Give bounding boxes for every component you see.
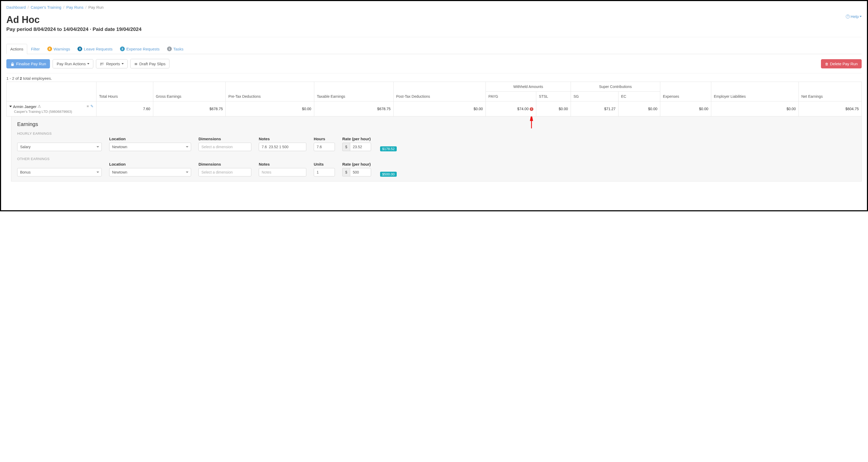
payrun-table: Total Hours Gross Earnings Pre-Tax Deduc… — [6, 81, 862, 117]
col-empliab: Employer Liabilities — [711, 82, 799, 101]
hours-label: Hours — [314, 137, 335, 141]
leave-badge: 9 — [78, 46, 82, 51]
breadcrumb-payruns[interactable]: Pay Runs — [66, 5, 84, 9]
page-subtitle: Pay period 8/04/2024 to 14/04/2024 · Pai… — [6, 26, 142, 32]
breadcrumb-current: Pay Run — [88, 5, 103, 9]
help-button[interactable]: ? Help — [846, 14, 862, 19]
hourly-notes-input[interactable] — [259, 143, 306, 151]
tab-actions[interactable]: Actions — [6, 44, 27, 54]
cell-pretax: $0.00 — [226, 101, 314, 117]
warning-icon[interactable]: ⚠ — [37, 104, 41, 109]
breadcrumb: Dashboard / Casper's Training / Pay Runs… — [6, 5, 862, 9]
hourly-dimensions-input[interactable] — [198, 143, 251, 151]
col-posttax: Post-Tax Deductions — [393, 82, 486, 101]
edit-icon[interactable]: ✎ — [90, 104, 94, 108]
col-super-group: Super Contributions — [571, 82, 660, 92]
hourly-rate-input[interactable] — [350, 143, 371, 151]
tab-expense-requests[interactable]: 3 Expense Requests — [116, 44, 163, 54]
col-taxable: Taxable Earnings — [314, 82, 393, 101]
tab-leave-requests[interactable]: 9 Leave Requests — [74, 44, 116, 54]
other-type-select[interactable]: Bonus — [17, 168, 102, 176]
col-payg: PAYG — [486, 92, 536, 101]
col-gross: Gross Earnings — [153, 82, 226, 101]
col-expenses: Expenses — [660, 82, 711, 101]
chevron-down-icon — [9, 106, 12, 107]
finalise-button[interactable]: Finalise Pay Run — [6, 59, 50, 68]
employee-expand[interactable]: Armin Jaeger ⚠ — [9, 104, 72, 109]
other-earnings-label: OTHER EARNINGS — [17, 157, 856, 161]
expense-badge: 3 — [120, 46, 125, 51]
folder-icon — [100, 62, 104, 66]
cell-stsl: $0.00 — [536, 101, 571, 117]
earnings-detail: Earnings HOURLY EARNINGS Salary Location… — [11, 117, 862, 182]
cell-posttax: $0.00 — [393, 101, 486, 117]
currency-symbol: $ — [342, 143, 350, 151]
other-notes-input[interactable] — [259, 168, 306, 176]
tab-bar: Actions Filter 8 Warnings 9 Leave Reques… — [6, 44, 862, 54]
col-withheld-group: Withheld Amounts — [486, 82, 571, 92]
col-total-hours: Total Hours — [96, 82, 153, 101]
col-net: Net Earnings — [799, 82, 861, 101]
tab-warnings[interactable]: 8 Warnings — [43, 44, 74, 54]
employee-name: Armin Jaeger — [13, 104, 36, 109]
cell-taxable: $678.75 — [314, 101, 393, 117]
cell-net: $604.75 — [799, 101, 861, 117]
list-icon — [134, 61, 138, 66]
cell-expenses: $0.00 — [660, 101, 711, 117]
hourly-type-select[interactable]: Salary — [17, 143, 102, 151]
other-units-input[interactable] — [314, 168, 335, 176]
employee-company: Casper's Training LTD (58606879663) — [14, 110, 72, 113]
currency-symbol: $ — [342, 168, 350, 176]
reports-button[interactable]: Reports — [96, 59, 128, 68]
hourly-hours-input[interactable] — [314, 143, 335, 151]
lock-icon — [10, 62, 14, 66]
rate-label: Rate (per hour) — [342, 137, 373, 141]
details-icon[interactable] — [87, 104, 89, 108]
location-label: Location — [109, 137, 191, 141]
other-total-badge: $500.00 — [380, 172, 397, 177]
cell-payg: $74.00 i — [486, 101, 536, 117]
col-stsl: STSL — [536, 92, 571, 101]
trash-icon — [825, 62, 828, 66]
page-title: Ad Hoc — [6, 14, 142, 25]
hourly-total-badge: $178.52 — [380, 146, 397, 151]
chevron-down-icon — [122, 63, 124, 64]
col-sg: SG — [571, 92, 618, 101]
employee-count: 1 - 2 of 2 total employees. — [6, 76, 862, 80]
payrun-actions-button[interactable]: Pay Run Actions — [53, 59, 93, 68]
cell-sg: $71.27 — [571, 101, 618, 117]
breadcrumb-dashboard[interactable]: Dashboard — [6, 5, 26, 9]
dimensions-label: Dimensions — [198, 137, 251, 141]
tab-filter[interactable]: Filter — [27, 44, 43, 54]
tab-tasks[interactable]: 1 Tasks — [163, 44, 187, 54]
notes-label: Notes — [259, 137, 306, 141]
chevron-down-icon — [87, 63, 89, 64]
chevron-down-icon — [860, 16, 862, 17]
breadcrumb-company[interactable]: Casper's Training — [31, 5, 61, 9]
warnings-badge: 8 — [47, 46, 52, 51]
col-ec: EC — [618, 92, 660, 101]
cell-gross: $678.75 — [153, 101, 226, 117]
other-dimensions-input[interactable] — [198, 168, 251, 176]
draft-slips-button[interactable]: Draft Pay Slips — [130, 59, 169, 68]
other-rate-input[interactable] — [350, 168, 371, 176]
delete-payrun-button[interactable]: Delete Pay Run — [821, 59, 862, 68]
other-location-select[interactable]: Newtown — [109, 168, 191, 176]
table-row: Armin Jaeger ⚠ Casper's Training LTD (58… — [7, 101, 862, 117]
payg-info-icon[interactable]: i — [530, 107, 533, 111]
notes-label: Notes — [259, 162, 306, 166]
dimensions-label: Dimensions — [198, 162, 251, 166]
help-icon: ? — [846, 14, 850, 19]
tasks-badge: 1 — [167, 46, 172, 51]
units-label: Units — [314, 162, 335, 166]
hourly-earnings-label: HOURLY EARNINGS — [17, 132, 856, 135]
cell-empliab: $0.00 — [711, 101, 799, 117]
cell-ec: $0.00 — [618, 101, 660, 117]
detail-title: Earnings — [17, 121, 856, 127]
rate-label: Rate (per hour) — [342, 162, 373, 166]
location-label: Location — [109, 162, 191, 166]
col-pretax: Pre-Tax Deductions — [226, 82, 314, 101]
hourly-location-select[interactable]: Newtown — [109, 143, 191, 151]
cell-total-hours: 7.60 — [96, 101, 153, 117]
